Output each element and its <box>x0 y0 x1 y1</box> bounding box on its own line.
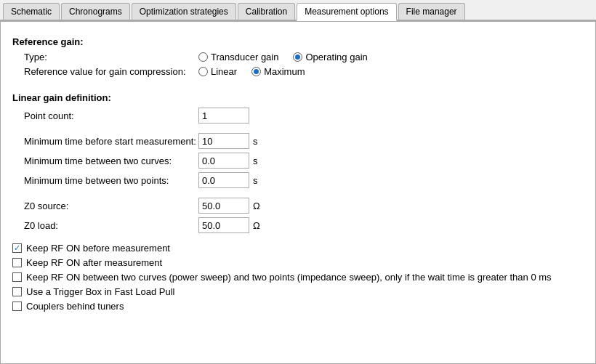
timing-input-0[interactable] <box>198 133 249 149</box>
radio-transducer-gain-circle[interactable] <box>198 52 208 62</box>
timing-input-1[interactable] <box>198 153 249 169</box>
type-radio-group: Transducer gain Operating gain <box>198 52 368 62</box>
tab-bar: Schematic Chronograms Optimization strat… <box>0 0 596 21</box>
impedance-row-0: Z0 source: Ω <box>12 198 584 214</box>
impedance-input-0[interactable] <box>198 198 249 214</box>
radio-maximum-label: Maximum <box>264 66 305 77</box>
timing-row-2: Minimum time between two points: s <box>12 172 584 188</box>
radio-operating-gain[interactable]: Operating gain <box>293 52 367 62</box>
type-label: Type: <box>24 52 198 62</box>
radio-linear[interactable]: Linear <box>198 66 237 77</box>
impedance-label-0: Z0 source: <box>24 201 198 211</box>
radio-transducer-gain[interactable]: Transducer gain <box>198 52 278 62</box>
timing-input-2[interactable] <box>198 172 249 188</box>
reference-gain-label: Reference gain: <box>12 36 584 47</box>
tab-measurement-options[interactable]: Measurement options <box>297 3 396 21</box>
point-count-row: Point count: <box>12 108 584 124</box>
checkbox-row-1[interactable]: Keep RF ON after measurement <box>12 257 584 268</box>
radio-transducer-gain-label: Transducer gain <box>211 52 278 62</box>
radio-operating-gain-circle[interactable] <box>293 52 302 62</box>
ref-value-row: Reference value for gain compression: Li… <box>12 66 584 77</box>
timing-row-1: Minimum time between two curves: s <box>12 153 584 169</box>
radio-linear-label: Linear <box>211 66 237 77</box>
checkbox-0[interactable] <box>12 243 22 253</box>
checkbox-2[interactable] <box>12 272 22 282</box>
point-count-label: Point count: <box>24 110 198 121</box>
content-area: Reference gain: Type: Transducer gain Op… <box>0 21 596 364</box>
impedance-row-1: Z0 load: Ω <box>12 217 584 233</box>
tab-schematic[interactable]: Schematic <box>3 3 60 20</box>
checkbox-label-4: Couplers behind tuners <box>26 301 124 312</box>
timing-label-2: Minimum time between two points: <box>24 175 198 186</box>
tab-file-manager[interactable]: File manager <box>398 3 465 20</box>
checkbox-label-0: Keep RF ON before measurement <box>26 243 170 254</box>
ref-value-radio-group: Linear Maximum <box>198 66 305 77</box>
checkbox-3[interactable] <box>12 287 22 296</box>
divider-3 <box>12 192 584 198</box>
checkbox-label-1: Keep RF ON after measurement <box>26 257 162 268</box>
timing-unit-0: s <box>253 136 258 147</box>
radio-operating-gain-label: Operating gain <box>305 52 367 62</box>
radio-linear-circle[interactable] <box>198 67 208 76</box>
checkbox-row-3[interactable]: Use a Trigger Box in Fast Load Pull <box>12 286 584 297</box>
point-count-input[interactable] <box>198 108 249 124</box>
impedance-input-1[interactable] <box>198 217 249 233</box>
timing-unit-2: s <box>253 175 258 186</box>
radio-maximum-circle[interactable] <box>251 67 261 76</box>
impedance-unit-0: Ω <box>253 201 260 211</box>
ref-value-label: Reference value for gain compression: <box>24 66 198 77</box>
checkbox-label-3: Use a Trigger Box in Fast Load Pull <box>26 286 175 297</box>
divider-1 <box>12 81 584 86</box>
timing-unit-1: s <box>253 155 258 166</box>
checkbox-label-2: Keep RF ON between two curves (power swe… <box>26 272 552 283</box>
tab-chronograms[interactable]: Chronograms <box>61 3 130 20</box>
main-window: Schematic Chronograms Optimization strat… <box>0 0 596 364</box>
divider-2 <box>12 127 584 133</box>
impedance-label-1: Z0 load: <box>24 220 198 231</box>
checkbox-4[interactable] <box>12 302 22 311</box>
type-row: Type: Transducer gain Operating gain <box>12 52 584 62</box>
tab-calibration[interactable]: Calibration <box>238 3 295 20</box>
radio-maximum[interactable]: Maximum <box>251 66 305 77</box>
timing-label-0: Minimum time before start measurement: <box>24 136 198 147</box>
divider-4 <box>12 237 584 243</box>
tab-optimization[interactable]: Optimization strategies <box>132 3 236 20</box>
linear-gain-label: Linear gain definition: <box>12 92 584 103</box>
checkbox-row-2[interactable]: Keep RF ON between two curves (power swe… <box>12 272 584 283</box>
timing-row-0: Minimum time before start measurement: s <box>12 133 584 149</box>
checkbox-row-4[interactable]: Couplers behind tuners <box>12 301 584 312</box>
impedance-unit-1: Ω <box>253 220 260 231</box>
checkbox-1[interactable] <box>12 258 22 267</box>
timing-label-1: Minimum time between two curves: <box>24 155 198 166</box>
checkbox-row-0[interactable]: Keep RF ON before measurement <box>12 243 584 254</box>
